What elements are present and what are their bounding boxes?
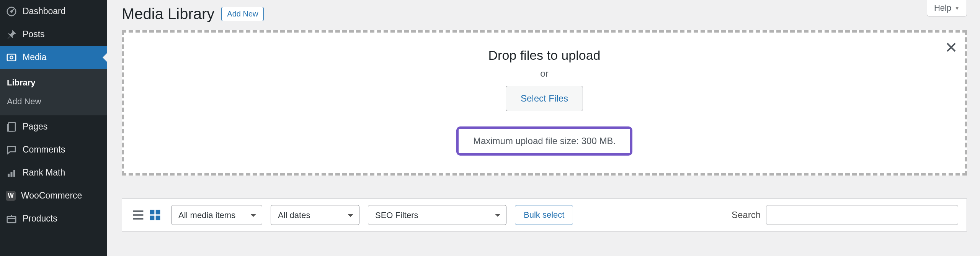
media-filter-bar: All media items All dates SEO Filters Bu… — [122, 199, 967, 231]
sidebar-item-label: Media — [23, 52, 47, 63]
sidebar-item-label: Comments — [23, 144, 65, 156]
svg-point-3 — [10, 56, 13, 59]
sidebar-item-label: Posts — [23, 29, 45, 40]
svg-rect-5 — [8, 174, 10, 177]
sidebar-item-label: Rank Math — [23, 167, 65, 179]
chart-icon — [6, 167, 17, 179]
main-content: Help ▼ Media Library Add New ✕ Drop file… — [107, 0, 980, 256]
pin-icon — [6, 29, 17, 40]
grid-icon — [147, 207, 163, 223]
dashboard-icon — [6, 6, 17, 17]
admin-sidebar: Dashboard Posts Media Library Add New Pa… — [0, 0, 107, 256]
list-view-button[interactable] — [131, 207, 146, 223]
svg-rect-6 — [11, 172, 13, 177]
sidebar-item-pages[interactable]: Pages — [0, 115, 107, 138]
svg-rect-4 — [9, 123, 16, 131]
seo-filter-select[interactable]: SEO Filters — [368, 205, 506, 225]
svg-rect-8 — [7, 217, 16, 223]
svg-rect-7 — [13, 170, 15, 177]
page-title: Media Library — [122, 5, 214, 23]
chevron-down-icon: ▼ — [954, 5, 960, 11]
help-label: Help — [934, 3, 951, 13]
dates-select[interactable]: All dates — [271, 205, 359, 225]
pages-icon — [6, 121, 17, 133]
media-icon — [6, 52, 17, 63]
drop-or: or — [540, 68, 548, 79]
svg-rect-11 — [150, 216, 155, 220]
woocommerce-icon: W — [6, 191, 16, 201]
search-label: Search — [732, 210, 761, 220]
sidebar-item-media[interactable]: Media — [0, 46, 107, 69]
search-input[interactable] — [766, 205, 958, 225]
add-new-button[interactable]: Add New — [221, 7, 264, 21]
sidebar-item-posts[interactable]: Posts — [0, 23, 107, 46]
svg-rect-10 — [156, 210, 160, 215]
sidebar-item-label: Pages — [23, 121, 47, 133]
bulk-select-button[interactable]: Bulk select — [515, 205, 573, 225]
sidebar-subitem-library[interactable]: Library — [0, 74, 107, 92]
view-toggle — [131, 207, 163, 223]
close-icon[interactable]: ✕ — [945, 42, 958, 55]
sidebar-item-products[interactable]: Products — [0, 207, 107, 230]
sidebar-item-label: Products — [23, 213, 57, 225]
svg-point-1 — [11, 11, 12, 12]
sidebar-item-label: Dashboard — [23, 6, 66, 17]
list-icon — [131, 207, 146, 223]
comments-icon — [6, 144, 17, 156]
search-wrap: Search — [732, 205, 958, 225]
media-type-select[interactable]: All media items — [171, 205, 262, 225]
svg-rect-12 — [156, 216, 160, 220]
select-files-button[interactable]: Select Files — [506, 86, 583, 111]
sidebar-item-label: WooCommerce — [21, 190, 82, 202]
upload-dropzone[interactable]: ✕ Drop files to upload or Select Files M… — [122, 30, 967, 176]
sidebar-subitem-add-new[interactable]: Add New — [0, 92, 107, 111]
svg-rect-2 — [7, 54, 16, 61]
sidebar-item-woocommerce[interactable]: W WooCommerce — [0, 184, 107, 207]
sidebar-item-rank-math[interactable]: Rank Math — [0, 161, 107, 184]
svg-rect-9 — [150, 210, 155, 215]
help-toggle[interactable]: Help ▼ — [927, 0, 967, 16]
products-icon — [6, 213, 17, 225]
sidebar-item-comments[interactable]: Comments — [0, 138, 107, 161]
page-header: Media Library Add New — [122, 5, 967, 23]
sidebar-submenu-media: Library Add New — [0, 69, 107, 115]
drop-title: Drop files to upload — [488, 48, 601, 63]
grid-view-button[interactable] — [147, 207, 163, 223]
max-upload-size: Maximum upload file size: 300 MB. — [456, 126, 632, 156]
sidebar-item-dashboard[interactable]: Dashboard — [0, 0, 107, 23]
